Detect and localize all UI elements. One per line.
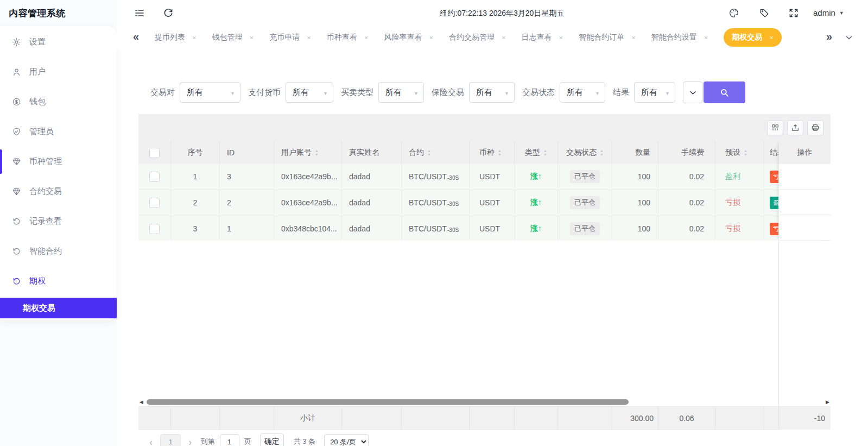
tab-item-4[interactable]: 币种查看× — [327, 33, 369, 42]
tab-close-icon[interactable]: × — [250, 34, 254, 42]
column-header-preset[interactable]: 预设▲▼ — [715, 141, 764, 164]
tab-item-6[interactable]: 合约交易管理× — [449, 33, 506, 42]
cell-status: 已平仓 — [558, 216, 612, 241]
column-label: 真实姓名 — [349, 148, 379, 158]
column-header-account[interactable]: 用户账号▲▼ — [274, 141, 342, 164]
sidebar-item-6[interactable]: 合约交易 — [0, 177, 117, 206]
fullscreen-icon[interactable] — [788, 8, 799, 18]
export-button[interactable] — [787, 120, 803, 135]
summary-cell-amount: 300.00 — [612, 407, 658, 429]
tab-item-9[interactable]: 智能合约设置× — [651, 33, 708, 42]
cell-fee: 0.02 — [658, 164, 715, 189]
column-label: 类型 — [525, 148, 540, 158]
preset-value: 亏损 — [725, 198, 740, 208]
tabs-scroll-right-icon[interactable]: » — [826, 31, 832, 42]
cell-fee: 0.02 — [658, 216, 715, 241]
sidebar-item-7[interactable]: 记录查看 — [0, 206, 117, 236]
tab-item-2[interactable]: 钱包管理× — [212, 33, 254, 42]
per-page-select[interactable]: 20 条/页 — [324, 434, 369, 446]
scrollbar-thumb[interactable] — [147, 399, 629, 405]
next-page-icon[interactable]: › — [188, 437, 192, 446]
result-tag: 亏损 — [770, 223, 778, 235]
row-checkbox[interactable] — [149, 224, 160, 234]
columns-button[interactable] — [767, 120, 783, 135]
column-header-contract[interactable]: 合约▲▼ — [402, 141, 470, 164]
sidebar-item-4[interactable]: 管理员 — [0, 117, 117, 147]
name-value: dadad — [349, 224, 370, 233]
sort-icon[interactable]: ▲▼ — [427, 149, 431, 156]
sort-icon[interactable]: ▲▼ — [600, 149, 604, 156]
tabs-more-icon[interactable] — [844, 33, 854, 42]
account-value: 0x163ce42a9b... — [281, 172, 338, 181]
tab-close-icon[interactable]: × — [429, 34, 433, 42]
column-header-type[interactable]: 类型▲▼ — [515, 141, 558, 164]
tab-close-icon[interactable]: × — [769, 34, 774, 42]
filter-select-1[interactable]: 所有▼ — [180, 82, 240, 103]
tab-close-icon[interactable]: × — [502, 34, 506, 42]
sidebar-item-label: 设置 — [29, 37, 46, 47]
tab-close-icon[interactable]: × — [364, 34, 369, 42]
tab-close-icon[interactable]: × — [192, 34, 197, 42]
sidebar-subitem-active[interactable]: 期权交易 — [0, 298, 117, 318]
sidebar-item-9[interactable]: 期权 — [0, 266, 117, 296]
tab-item-3[interactable]: 充币申请× — [269, 33, 311, 42]
cell-amount: 100 — [612, 164, 658, 189]
tag-icon[interactable] — [759, 8, 770, 18]
filter-select-6[interactable]: 所有▼ — [634, 82, 675, 103]
column-header-coin[interactable]: 币种▲▼ — [470, 141, 515, 164]
sort-icon[interactable]: ▲▼ — [543, 149, 547, 156]
tab-item-5[interactable]: 风险率查看× — [384, 33, 433, 42]
column-header-status[interactable]: 交易状态▲▼ — [558, 141, 612, 164]
sort-icon[interactable]: ▲▼ — [744, 149, 747, 156]
sidebar-menu: 设置用户钱包管理员币种管理合约交易记录查看智能合约期权期权交易 — [0, 26, 117, 321]
tabs-scroll-left-icon[interactable]: « — [133, 31, 139, 42]
fee-value: 0.02 — [689, 172, 704, 181]
sidebar-item-label: 用户 — [29, 67, 46, 77]
sidebar-item-5[interactable]: 币种管理 — [0, 147, 117, 177]
expand-filters-button[interactable] — [683, 81, 702, 103]
column-label: ID — [227, 148, 235, 157]
fee-value: 0.02 — [689, 198, 704, 207]
scroll-left-arrow-icon[interactable]: ◀ — [140, 399, 143, 405]
filter-select-3[interactable]: 所有▼ — [378, 82, 424, 103]
refresh-icon[interactable] — [163, 8, 174, 18]
row-checkbox[interactable] — [149, 172, 160, 182]
page-number-button[interactable]: 1 — [160, 434, 181, 446]
collapse-menu-icon[interactable] — [134, 8, 145, 18]
filter-select-5[interactable]: 所有▼ — [560, 82, 605, 103]
tab-close-icon[interactable]: × — [307, 34, 311, 42]
tab-close-icon[interactable]: × — [704, 34, 708, 42]
sidebar-item-8[interactable]: 智能合约 — [0, 236, 117, 266]
summary-fee: 0.06 — [679, 414, 694, 423]
confirm-button[interactable]: 确定 — [260, 434, 284, 446]
prev-page-icon[interactable]: ‹ — [149, 437, 153, 446]
id-value: 2 — [227, 198, 231, 207]
sort-icon[interactable]: ▲▼ — [498, 149, 502, 156]
sidebar-item-1[interactable]: 设置 — [0, 27, 117, 57]
print-button[interactable] — [807, 120, 823, 135]
tab-item-1[interactable]: 提币列表× — [155, 33, 197, 42]
goto-page-input[interactable] — [220, 434, 239, 446]
tab-close-icon[interactable]: × — [559, 34, 563, 42]
scroll-right-arrow-icon[interactable]: ▶ — [826, 399, 829, 405]
filter-select-2[interactable]: 所有▼ — [286, 82, 333, 103]
palette-icon[interactable] — [728, 8, 739, 18]
tab-item-8[interactable]: 智能合约订单× — [579, 33, 636, 42]
seq-value: 1 — [193, 172, 198, 181]
gear-icon — [12, 37, 21, 47]
filter-select-4[interactable]: 所有▼ — [469, 82, 515, 103]
tab-item-7[interactable]: 日志查看× — [522, 33, 563, 42]
tab-close-icon[interactable]: × — [631, 34, 636, 42]
row-checkbox[interactable] — [149, 198, 160, 208]
total-count: 共 3 条 — [294, 437, 315, 446]
search-button[interactable] — [704, 81, 745, 103]
tab-item-10[interactable]: 期权交易× — [724, 28, 782, 47]
direction-rise: 涨↑ — [530, 172, 542, 181]
user-menu[interactable]: admin ▼ — [813, 8, 844, 17]
sort-icon[interactable]: ▲▼ — [315, 149, 319, 156]
select-value: 所有 — [293, 87, 309, 98]
sidebar-item-3[interactable]: 钱包 — [0, 87, 117, 117]
summary-cell-preset — [715, 407, 764, 429]
sidebar-item-2[interactable]: 用户 — [0, 57, 117, 87]
select-all-checkbox[interactable] — [149, 148, 160, 158]
